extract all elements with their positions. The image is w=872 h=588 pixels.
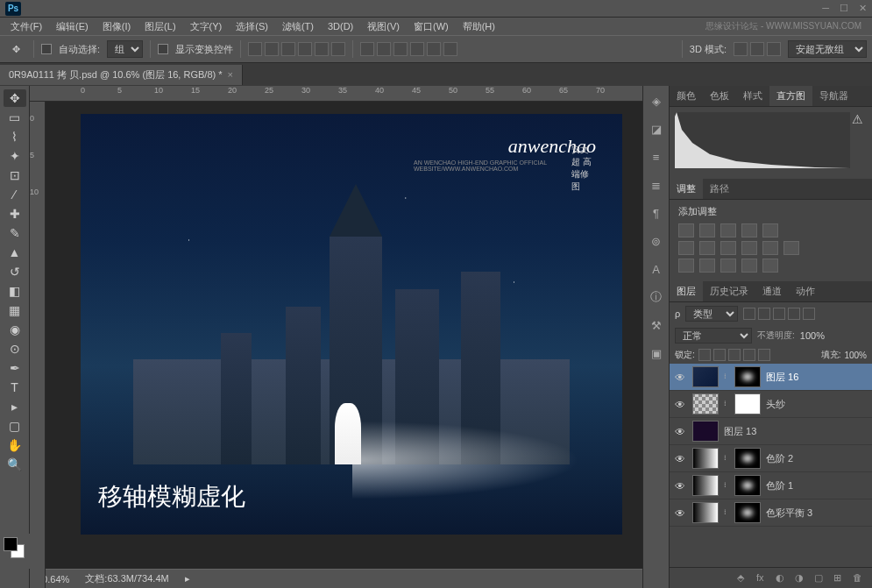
zoom-tool[interactable]: 🔍 — [4, 456, 26, 473]
mask-link-icon[interactable]: ⁞ — [724, 508, 729, 517]
lasso-tool[interactable]: ⌇ — [4, 128, 26, 145]
layer-mask-thumbnail[interactable] — [734, 502, 761, 523]
fg-color-swatch[interactable] — [4, 537, 18, 551]
tab-paths[interactable]: 路径 — [703, 179, 736, 199]
history-brush-tool[interactable]: ↺ — [4, 263, 26, 280]
fill-value[interactable]: 100% — [844, 351, 867, 360]
menu-layer[interactable]: 图层(L) — [139, 18, 181, 35]
layer-row[interactable]: 👁⁞色彩平衡 3 — [670, 499, 872, 527]
link-layers-icon[interactable]: ⬘ — [737, 572, 751, 584]
layer-mask-thumbnail[interactable] — [734, 475, 761, 496]
menu-3d[interactable]: 3D(D) — [323, 19, 358, 33]
layer-name[interactable]: 图层 16 — [766, 371, 798, 384]
visibility-toggle[interactable]: 👁 — [675, 399, 687, 409]
menu-type[interactable]: 文字(Y) — [185, 18, 228, 35]
dodge-tool[interactable]: ⊙ — [4, 340, 26, 358]
adj-row-2[interactable] — [678, 241, 863, 255]
dock-icon-4[interactable]: ≣ — [648, 177, 665, 193]
close-button[interactable]: ✕ — [859, 3, 867, 14]
layer-name[interactable]: 色阶 1 — [766, 479, 793, 492]
filter-type-select[interactable]: 类型 — [685, 306, 738, 322]
hand-tool[interactable]: ✋ — [4, 436, 26, 454]
opacity-value[interactable]: 100% — [800, 330, 825, 341]
eraser-tool[interactable]: ◧ — [4, 282, 26, 300]
new-layer-icon[interactable]: ⊞ — [833, 572, 847, 584]
dock-icon-cc[interactable]: ⊚ — [648, 233, 665, 249]
adjustment-layer-icon[interactable]: ◑ — [795, 572, 809, 584]
mask-link-icon[interactable]: ⁞ — [724, 454, 729, 463]
tab-close-icon[interactable]: × — [228, 69, 233, 80]
layer-name[interactable]: 色阶 2 — [766, 452, 793, 465]
rectangle-tool[interactable]: ▢ — [4, 417, 26, 435]
adj-row-3[interactable] — [678, 259, 863, 273]
color-swatches[interactable] — [0, 534, 30, 569]
tab-layers[interactable]: 图层 — [670, 281, 703, 301]
type-tool[interactable]: T — [4, 379, 26, 396]
mask-link-icon[interactable]: ⁞ — [724, 400, 729, 408]
layer-row[interactable]: 👁⁞图层 16 — [670, 364, 872, 391]
layer-row[interactable]: 👁⁞色阶 2 — [670, 445, 872, 472]
blend-mode-select[interactable]: 正常 — [675, 328, 752, 344]
visibility-toggle[interactable]: 👁 — [675, 507, 687, 518]
status-chevron-icon[interactable]: ▸ — [185, 573, 190, 584]
layer-row[interactable]: 👁图层 13 — [670, 418, 872, 445]
layer-thumbnail[interactable] — [692, 475, 719, 496]
menu-file[interactable]: 文件(F) — [5, 18, 47, 35]
filter-search-icon[interactable]: ρ — [675, 308, 680, 319]
tab-swatches[interactable]: 色板 — [703, 86, 736, 106]
align-icons[interactable] — [248, 42, 345, 56]
blur-tool[interactable]: ◉ — [4, 321, 26, 338]
dock-icon-info[interactable]: ⓘ — [648, 289, 665, 305]
group-icon[interactable]: ▢ — [814, 572, 828, 584]
move-tool[interactable]: ✥ — [4, 89, 26, 107]
layer-mask-thumbnail[interactable] — [734, 448, 761, 469]
tab-actions[interactable]: 动作 — [789, 281, 822, 301]
healing-tool[interactable]: ✚ — [4, 205, 26, 223]
lock-icons[interactable] — [698, 349, 770, 361]
layer-thumbnail[interactable] — [692, 421, 719, 442]
layer-mask-thumbnail[interactable] — [734, 366, 761, 387]
dock-icon-5[interactable]: ¶ — [648, 205, 665, 221]
dock-icon-2[interactable]: ◪ — [648, 121, 665, 137]
mask-link-icon[interactable]: ⁞ — [724, 372, 729, 381]
brush-tool[interactable]: ✎ — [4, 224, 26, 242]
maximize-button[interactable]: ☐ — [840, 3, 848, 14]
layer-thumbnail[interactable] — [692, 448, 719, 469]
tab-histogram[interactable]: 直方图 — [769, 86, 812, 106]
tab-adjustments[interactable]: 调整 — [670, 179, 703, 199]
path-select-tool[interactable]: ▸ — [4, 398, 26, 415]
layer-row[interactable]: 👁⁞色阶 1 — [670, 472, 872, 499]
show-controls-checkbox[interactable] — [158, 44, 168, 54]
tab-color[interactable]: 颜色 — [670, 86, 703, 106]
dock-icon-a[interactable]: A — [648, 261, 665, 277]
dock-icon-3d[interactable]: ▣ — [648, 345, 665, 361]
mask-link-icon[interactable]: ⁞ — [724, 481, 729, 490]
gradient-tool[interactable]: ▦ — [4, 301, 26, 319]
filter-icons[interactable] — [743, 308, 815, 320]
crop-tool[interactable]: ⊡ — [4, 166, 26, 184]
visibility-toggle[interactable]: 👁 — [675, 480, 687, 491]
menu-edit[interactable]: 编辑(E) — [51, 18, 94, 35]
layer-name[interactable]: 头纱 — [766, 398, 785, 411]
dock-icon-1[interactable]: ◈ — [648, 93, 665, 109]
layer-thumbnail[interactable] — [692, 502, 719, 523]
dock-icon-3[interactable]: ≡ — [648, 149, 665, 165]
layer-thumbnail[interactable] — [692, 393, 719, 414]
visibility-toggle[interactable]: 👁 — [675, 453, 687, 464]
layer-thumbnail[interactable] — [692, 366, 719, 387]
menu-filter[interactable]: 滤镜(T) — [277, 18, 319, 35]
layer-name[interactable]: 图层 13 — [724, 425, 756, 438]
minimize-button[interactable]: ─ — [822, 3, 829, 14]
stamp-tool[interactable]: ▲ — [4, 244, 26, 261]
menu-window[interactable]: 窗口(W) — [408, 18, 454, 35]
layer-mask-thumbnail[interactable] — [734, 393, 761, 414]
layer-fx-icon[interactable]: fx — [756, 572, 770, 584]
layer-mask-icon[interactable]: ◐ — [776, 572, 790, 584]
pen-tool[interactable]: ✒ — [4, 359, 26, 377]
tab-styles[interactable]: 样式 — [736, 86, 769, 106]
tab-navigator[interactable]: 导航器 — [812, 86, 855, 106]
menu-select[interactable]: 选择(S) — [230, 18, 273, 35]
eyedropper-tool[interactable]: ⁄ — [4, 186, 26, 203]
visibility-toggle[interactable]: 👁 — [675, 372, 687, 382]
auto-select-checkbox[interactable] — [41, 44, 52, 54]
